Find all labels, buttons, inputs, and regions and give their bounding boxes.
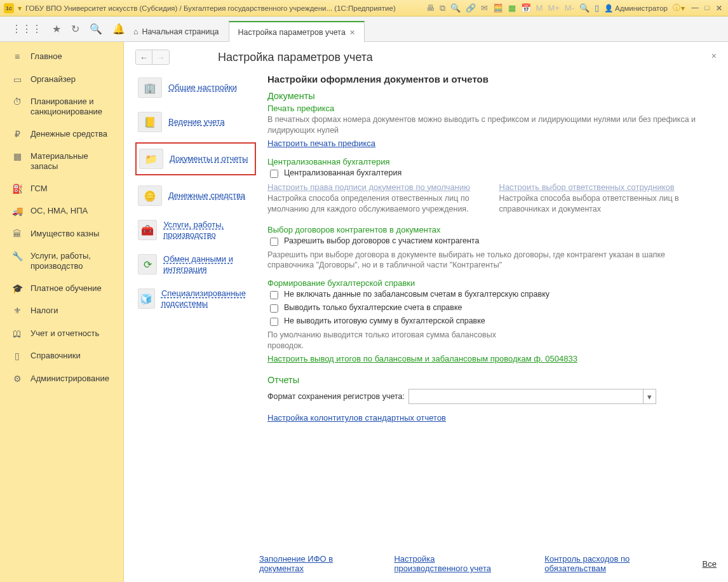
nav-link[interactable]: Ведение учета xyxy=(168,117,225,127)
close-window-button[interactable]: ✕ xyxy=(714,4,724,13)
titlebar: 1с ▾ ГОБУ ВПО Университет искусств (Субс… xyxy=(0,0,728,17)
nav-link[interactable]: Документы и отчеты xyxy=(170,154,248,164)
sidebar-item-main[interactable]: ≡Главное xyxy=(0,46,123,69)
m-minus-button[interactable]: M- xyxy=(565,4,574,12)
tab-settings-label: Настройка параметров учета xyxy=(238,28,346,37)
calc-icon[interactable]: 🧮 xyxy=(493,4,503,12)
ref-chk1-label: Не включать данные по забалансовым счета… xyxy=(284,290,549,299)
tab-home[interactable]: ⌂ Начальная страница xyxy=(124,21,229,41)
search-icon[interactable]: 🔍 xyxy=(90,23,102,35)
nav-link[interactable]: Денежные средства xyxy=(168,191,245,201)
central-checkbox-label: Централизованная бухгалтерия xyxy=(284,168,401,177)
central-checkbox-row[interactable]: Централизованная бухгалтерия xyxy=(267,168,713,180)
zoom-icon[interactable]: 🔍 xyxy=(579,4,590,12)
ref-chk3-row[interactable]: Не выводить итоговую сумму в бухгалтерск… xyxy=(267,316,713,328)
panel-icon[interactable]: ▯ xyxy=(595,4,599,12)
sidebar-item-label: Денежные средства xyxy=(30,129,107,139)
close-page-button[interactable]: × xyxy=(711,51,717,61)
user-icon: 👤 xyxy=(604,4,613,13)
sign-rights-link[interactable]: Настроить права подписи документов по ум… xyxy=(267,182,470,192)
tab-settings[interactable]: Настройка параметров учета ✕ xyxy=(229,21,365,42)
settings-nav-list: 🏢Общие настройки 📒Ведение учета 📁Докумен… xyxy=(135,74,256,582)
sidebar-item-label: ГСМ xyxy=(30,184,48,194)
sidebar-item-taxes[interactable]: ⚜Налоги xyxy=(0,300,123,323)
sidebar-item-label: Материальные запасы xyxy=(30,151,116,172)
reports-heading: Отчеты xyxy=(267,375,713,385)
grid-icon[interactable]: ▦ xyxy=(508,4,516,12)
sidebar-item-services[interactable]: 🔧Услуги, работы, производство xyxy=(0,245,123,278)
bell-icon[interactable]: 🔔 xyxy=(112,23,125,35)
prefix-settings-link[interactable]: Настроить печать префикса xyxy=(267,139,375,148)
format-select[interactable]: ▾ xyxy=(408,389,656,404)
maximize-button[interactable]: □ xyxy=(702,4,712,13)
nav-link[interactable]: Обмен данными и интеграция xyxy=(163,254,253,274)
responsible-link[interactable]: Настроить выбор ответственных сотруднико… xyxy=(499,182,675,192)
nav-link[interactable]: Общие настройки xyxy=(168,83,237,93)
settings-panel: Настройки оформления документов и отчето… xyxy=(256,74,717,582)
ref-chk1-row[interactable]: Не включать данные по забалансовым счета… xyxy=(267,290,713,301)
nav-item-services[interactable]: 🧰Услуги, работы, производство xyxy=(135,216,256,244)
sidebar-item-fuel[interactable]: ⛽ГСМ xyxy=(0,178,123,201)
nav-link[interactable]: Специализированные подсистемы xyxy=(161,288,253,308)
sidebar-item-cash[interactable]: ₽Денежные средства xyxy=(0,123,123,146)
ref-totals-link[interactable]: Настроить вывод итогов по балансовым и з… xyxy=(267,354,577,363)
info-dropdown-icon[interactable]: ▾ xyxy=(681,4,685,13)
footer-link-all[interactable]: Все xyxy=(703,559,717,569)
sidebar-item-label: Учет и отчетность xyxy=(30,328,99,339)
sidebar-item-label: Услуги, работы, производство xyxy=(30,251,116,272)
sidebar-item-planning[interactable]: ⏱Планирование и санкционирование xyxy=(0,91,123,123)
nav-item-general[interactable]: 🏢Общие настройки xyxy=(135,74,256,102)
footer-link-ifo[interactable]: Заполнение ИФО в документах xyxy=(259,554,356,573)
sidebar-item-catalogs[interactable]: ▯Справочники xyxy=(0,345,123,368)
tools-icon: 🔧 xyxy=(11,251,23,262)
truck-icon: 🚚 xyxy=(11,206,23,217)
chevron-down-icon[interactable]: ▾ xyxy=(643,389,656,403)
footer-link-control[interactable]: Контроль расходов по обязательствам xyxy=(544,554,664,573)
ruble-icon: ₽ xyxy=(11,129,23,140)
minimize-button[interactable]: — xyxy=(690,4,700,13)
sidebar-item-education[interactable]: 🎓Платное обучение xyxy=(0,278,123,301)
colontitles-link[interactable]: Настройка колонтитулов стандартных отчет… xyxy=(267,413,446,423)
current-user[interactable]: 👤 Администратор xyxy=(604,4,668,13)
nav-link[interactable]: Услуги, работы, производство xyxy=(163,220,253,240)
ref-checkbox-1[interactable] xyxy=(270,291,278,299)
sidebar-item-organizer[interactable]: ▭Органайзер xyxy=(0,69,123,91)
m-plus-button[interactable]: M+ xyxy=(548,4,559,12)
contract-checkbox-row[interactable]: Разрешить выбор договоров с участием кон… xyxy=(267,236,713,248)
sidebar-item-accounting[interactable]: 🕮Учет и отчетность xyxy=(0,323,123,346)
app-menu-dropdown-icon[interactable]: ▾ xyxy=(18,4,22,13)
nav-item-special[interactable]: 🧊Специализированные подсистемы xyxy=(135,285,256,313)
documents-heading: Документы xyxy=(267,91,713,101)
sidebar-item-assets[interactable]: 🚚ОС, НМА, НПА xyxy=(0,200,123,223)
link-icon[interactable]: 🔗 xyxy=(466,4,476,12)
forward-button[interactable]: → xyxy=(152,50,169,64)
back-button[interactable]: ← xyxy=(136,50,152,64)
ref-chk2-row[interactable]: Выводить только бухгалтерские счета в сп… xyxy=(267,303,713,315)
sync-icon: ⟳ xyxy=(138,254,157,274)
nav-item-documents[interactable]: 📁Документы и отчеты xyxy=(135,142,256,175)
calendar-icon[interactable]: 📅 xyxy=(521,4,531,12)
page-title: Настройка параметров учета xyxy=(218,51,373,64)
contract-checkbox[interactable] xyxy=(270,238,278,246)
search-icon[interactable]: 🔍 xyxy=(450,4,461,12)
history-icon[interactable]: ↻ xyxy=(71,23,79,35)
apps-grid-icon[interactable]: ⋮⋮⋮ xyxy=(11,23,42,35)
sidebar-item-treasury[interactable]: 🏛Имущество казны xyxy=(0,223,123,246)
copy-icon[interactable]: ⧉ xyxy=(440,4,445,12)
sidebar-item-materials[interactable]: ▦Материальные запасы xyxy=(0,146,123,178)
window-title: ГОБУ ВПО Университет искусств (Субсидия)… xyxy=(25,4,396,12)
m-button[interactable]: M xyxy=(536,4,543,12)
nav-item-exchange[interactable]: ⟳Обмен данными и интеграция xyxy=(135,250,256,278)
central-checkbox[interactable] xyxy=(270,170,278,178)
footer-link-production[interactable]: Настройка производственного учета xyxy=(394,554,506,573)
sidebar-item-admin[interactable]: ⚙Администрирование xyxy=(0,368,123,391)
ref-checkbox-2[interactable] xyxy=(270,304,278,313)
ref-checkbox-3[interactable] xyxy=(270,318,278,326)
info-icon[interactable]: ⓘ xyxy=(673,3,680,13)
print-icon[interactable]: 🖶 xyxy=(426,4,435,12)
nav-item-accounting[interactable]: 📒Ведение учета xyxy=(135,108,256,136)
mail-icon[interactable]: ✉ xyxy=(481,4,488,12)
tab-close-icon[interactable]: ✕ xyxy=(349,29,355,37)
nav-item-cash[interactable]: 🪙Денежные средства xyxy=(135,182,256,210)
favorite-star-icon[interactable]: ★ xyxy=(52,23,61,35)
